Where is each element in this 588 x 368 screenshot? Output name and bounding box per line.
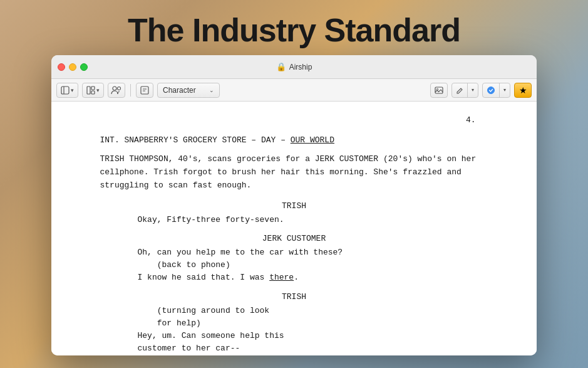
app-window: 🔒 Airship ▾ ▾	[51, 55, 537, 355]
svg-point-12	[488, 87, 495, 93]
layout-chevron-icon: ▾	[96, 87, 100, 93]
scene-heading-underlined: OUR WORLD	[291, 135, 334, 145]
layout-button[interactable]: ▾	[82, 83, 104, 98]
chevron-down-icon: ▾	[71, 87, 74, 93]
people-button[interactable]	[108, 83, 125, 98]
action-paragraph-1: TRISH THOMPSON, 40's, scans groceries fo…	[100, 153, 488, 192]
pen-button[interactable]	[452, 83, 468, 97]
page-title: The Industry Standard	[0, 11, 588, 49]
airship-icon: 🔒	[276, 62, 286, 71]
check-button[interactable]	[483, 83, 500, 97]
image-icon	[435, 86, 443, 95]
script-area[interactable]: 4. INT. SNAPBERRY'S GROCERY STORE – DAY …	[51, 102, 537, 355]
note-button[interactable]	[136, 83, 153, 98]
script-content: 4. INT. SNAPBERRY'S GROCERY STORE – DAY …	[75, 102, 513, 355]
sidebar-toggle-button[interactable]: ▾	[56, 83, 78, 98]
svg-rect-2	[87, 87, 90, 94]
minimize-button[interactable]	[69, 63, 76, 71]
close-button[interactable]	[58, 63, 65, 71]
separator-1	[130, 84, 131, 97]
svg-rect-0	[61, 87, 69, 94]
window-title-area: 🔒 Airship	[276, 62, 312, 71]
check-button-group[interactable]: ▾	[482, 83, 510, 98]
dialogue-trish-2: (turning around to look for help) Hey, u…	[100, 305, 488, 355]
sidebar-icon	[61, 86, 70, 95]
pen-dropdown-icon: ▾	[472, 87, 474, 93]
svg-rect-7	[141, 87, 148, 94]
maximize-button[interactable]	[80, 63, 88, 71]
scene-heading: INT. SNAPBERRY'S GROCERY STORE – DAY – O…	[100, 134, 488, 147]
svg-point-5	[113, 87, 116, 90]
toolbar: ▾ ▾	[51, 79, 537, 102]
window-title: Airship	[289, 63, 312, 71]
check-circle-icon	[487, 86, 495, 95]
character-dropdown-label: Character	[163, 86, 196, 95]
pen-icon	[456, 87, 463, 94]
svg-rect-4	[91, 91, 95, 94]
pen-button-group[interactable]: ▾	[451, 83, 478, 98]
character-name-trish-1: TRISH	[100, 200, 488, 213]
pen-chevron-button[interactable]: ▾	[468, 83, 478, 97]
traffic-lights	[58, 63, 88, 71]
check-chevron-button[interactable]: ▾	[500, 83, 510, 97]
character-dropdown[interactable]: Character ⌄	[157, 83, 220, 98]
people-icon	[111, 86, 122, 95]
character-name-trish-2: TRISH	[100, 291, 488, 303]
underlined-there: there	[269, 273, 294, 282]
svg-point-11	[436, 88, 438, 90]
dropdown-chevron-icon: ⌄	[209, 87, 214, 93]
layout-icon	[86, 86, 95, 95]
scene-heading-text: INT. SNAPBERRY'S GROCERY STORE – DAY –	[100, 135, 286, 145]
star-icon: ★	[519, 85, 527, 95]
dialogue-trish-1: Okay, Fifty-three forty-seven.	[100, 214, 488, 226]
title-bar: 🔒 Airship	[51, 55, 537, 79]
star-button[interactable]: ★	[514, 83, 532, 98]
page-number: 4.	[100, 114, 488, 127]
dialogue-jerk-customer: Oh, can you help me to the car with thes…	[100, 246, 488, 284]
svg-rect-3	[91, 87, 95, 90]
character-name-jerk-customer: JERK CUSTOMER	[100, 233, 488, 245]
image-button[interactable]	[430, 83, 448, 98]
note-icon	[140, 86, 149, 95]
check-dropdown-icon: ▾	[503, 87, 506, 93]
svg-point-6	[118, 87, 121, 90]
